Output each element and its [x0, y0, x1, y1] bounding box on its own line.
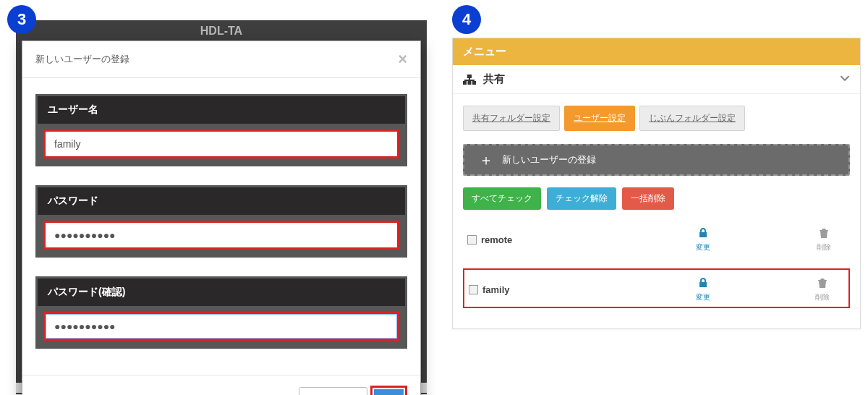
network-icon	[463, 75, 476, 85]
new-user-modal: 新しいユーザーの登録 × ユーザー名 パスワード パスワード(確認)	[22, 41, 421, 395]
settings-panel: メニュー 共有 共有フォルダー設定 ユーザー設定 じぶんフォルダー設定 ＋ 新し…	[452, 38, 861, 329]
password-input[interactable]	[43, 221, 399, 250]
delete-all-button[interactable]: 一括削除	[622, 187, 674, 210]
chevron-down-icon	[840, 73, 850, 86]
tab-shared-folder[interactable]: 共有フォルダー設定	[463, 106, 560, 131]
user-name: family	[482, 284, 605, 295]
bulk-actions: すべてチェック チェック解除 一括削除	[463, 187, 850, 210]
cancel-button[interactable]: キャンセル	[299, 387, 367, 395]
username-label: ユーザー名	[38, 96, 405, 124]
plus-icon: ＋	[479, 153, 493, 167]
add-user-button[interactable]: ＋ 新しいユーザーの登録	[463, 144, 850, 176]
trash-icon	[802, 227, 846, 241]
password-confirm-field-group: パスワード(確認)	[35, 276, 407, 349]
delete-user-action[interactable]: 削除	[801, 277, 844, 302]
password-confirm-label: パスワード(確認)	[38, 279, 405, 306]
modal-footer: キャンセル OK	[22, 375, 420, 395]
delete-user-action[interactable]: 削除	[802, 227, 846, 252]
password-label: パスワード	[38, 187, 405, 215]
delete-label: 削除	[802, 242, 846, 252]
step-badge-3: 3	[7, 5, 36, 34]
user-row-family: family 変更 削除	[463, 268, 850, 308]
uncheck-all-button[interactable]: チェック解除	[547, 187, 616, 210]
share-section-title: 共有	[483, 72, 505, 86]
settings-body: 共有フォルダー設定 ユーザー設定 じぶんフォルダー設定 ＋ 新しいユーザーの登録…	[453, 94, 860, 328]
step-badge-4: 4	[452, 5, 481, 34]
change-label: 変更	[681, 242, 725, 252]
lock-icon	[681, 277, 725, 291]
trash-icon	[801, 277, 844, 291]
close-icon[interactable]: ×	[398, 51, 407, 67]
modal-title: 新しいユーザーの登録	[35, 53, 129, 66]
ok-button-highlight: OK	[370, 386, 407, 395]
check-all-button[interactable]: すべてチェック	[463, 187, 541, 210]
add-user-label: 新しいユーザーの登録	[502, 153, 596, 166]
modal-header: 新しいユーザーの登録 ×	[22, 41, 420, 78]
ok-button[interactable]: OK	[374, 389, 404, 395]
tab-personal-folder[interactable]: じぶんフォルダー設定	[639, 106, 745, 131]
delete-label: 削除	[801, 292, 844, 302]
app-brand: HDL-TA	[16, 25, 427, 38]
user-name: remote	[481, 234, 604, 245]
lock-icon	[681, 227, 725, 241]
password-confirm-input[interactable]	[43, 312, 399, 341]
share-section-header[interactable]: 共有	[453, 65, 860, 94]
username-field-group: ユーザー名	[35, 94, 407, 166]
tab-row: 共有フォルダー設定 ユーザー設定 じぶんフォルダー設定	[463, 106, 850, 131]
user-checkbox[interactable]	[467, 235, 477, 245]
user-row-remote: remote 変更 削除	[463, 220, 850, 257]
modal-body: ユーザー名 パスワード パスワード(確認)	[22, 78, 420, 375]
change-label: 変更	[681, 292, 725, 302]
change-password-action[interactable]: 変更	[681, 277, 725, 302]
password-field-group: パスワード	[35, 185, 407, 258]
modal-backdrop: HDL-TA メディアサーバー設定 新しいユーザーの登録 × ユーザー名 パスワ…	[16, 20, 427, 394]
tab-user-settings[interactable]: ユーザー設定	[564, 106, 635, 131]
menu-bar[interactable]: メニュー	[453, 38, 860, 65]
change-password-action[interactable]: 変更	[681, 227, 725, 252]
user-checkbox[interactable]	[469, 285, 478, 294]
username-input[interactable]	[43, 129, 399, 158]
